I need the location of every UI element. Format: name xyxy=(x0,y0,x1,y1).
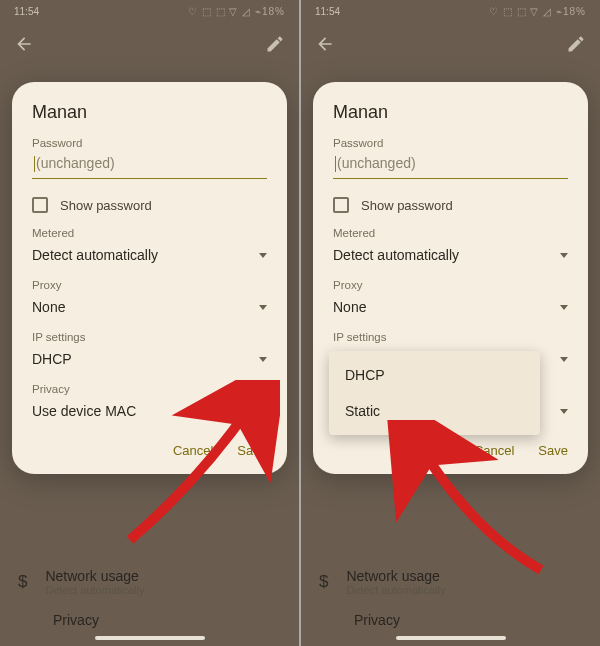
privacy-label: Privacy xyxy=(32,383,267,395)
background-settings-list: $ Network usage Detect automatically Pri… xyxy=(301,560,600,632)
ip-settings-label: IP settings xyxy=(32,331,267,343)
bg-network-usage-row[interactable]: $ Network usage Detect automatically xyxy=(319,560,582,600)
password-placeholder: (unchanged) xyxy=(36,155,115,171)
dollar-icon: $ xyxy=(319,572,328,592)
dialog-title: Manan xyxy=(333,102,568,123)
chevron-down-icon xyxy=(560,253,568,258)
password-label: Password xyxy=(32,137,267,149)
background-settings-list: $ Network usage Detect automatically Pri… xyxy=(0,560,299,632)
metered-value: Detect automatically xyxy=(32,247,158,263)
status-time: 11:54 xyxy=(14,6,39,17)
password-input[interactable]: (unchanged) xyxy=(333,151,568,179)
show-password-label: Show password xyxy=(361,198,453,213)
show-password-label: Show password xyxy=(60,198,152,213)
wifi-edit-dialog: Manan Password (unchanged) Show password… xyxy=(313,82,588,474)
show-password-row[interactable]: Show password xyxy=(32,197,267,213)
proxy-label: Proxy xyxy=(333,279,568,291)
ip-settings-select[interactable]: IP settings DHCP DHCP Static xyxy=(333,331,568,369)
chevron-down-icon xyxy=(560,305,568,310)
back-icon[interactable] xyxy=(315,34,335,54)
password-placeholder: (unchanged) xyxy=(337,155,416,171)
status-time: 11:54 xyxy=(315,6,340,17)
password-label: Password xyxy=(333,137,568,149)
screenshot-left: 11:54 ♡ ⬚ ⬚ ▽ ◿ ⌁18% $ Network usage Det… xyxy=(0,0,299,646)
bg-privacy-row[interactable]: Privacy xyxy=(18,604,281,632)
bg-network-usage-sub: Detect automatically xyxy=(45,584,144,596)
metered-label: Metered xyxy=(333,227,568,239)
proxy-value: None xyxy=(32,299,65,315)
ip-settings-label: IP settings xyxy=(333,331,568,343)
chevron-down-icon xyxy=(259,409,267,414)
status-icons: ♡ ⬚ ⬚ ▽ ◿ ⌁18% xyxy=(188,6,285,17)
metered-value: Detect automatically xyxy=(333,247,459,263)
proxy-value: None xyxy=(333,299,366,315)
bg-network-usage-row[interactable]: $ Network usage Detect automatically xyxy=(18,560,281,600)
ip-option-static[interactable]: Static xyxy=(329,393,540,429)
metered-label: Metered xyxy=(32,227,267,239)
chevron-down-icon xyxy=(259,253,267,258)
top-app-bar xyxy=(301,22,600,66)
bg-network-usage-sub: Detect automatically xyxy=(346,584,445,596)
status-bar: 11:54 ♡ ⬚ ⬚ ▽ ◿ ⌁18% xyxy=(0,0,299,22)
ip-settings-select[interactable]: IP settings DHCP xyxy=(32,331,267,369)
edit-icon[interactable] xyxy=(566,34,586,54)
dialog-actions: Cancel Save xyxy=(32,443,267,464)
ip-settings-dropdown: DHCP Static xyxy=(329,351,540,435)
privacy-value: Use device MAC xyxy=(32,403,136,419)
edit-icon[interactable] xyxy=(265,34,285,54)
password-input[interactable]: (unchanged) xyxy=(32,151,267,179)
dollar-icon: $ xyxy=(18,572,27,592)
ip-option-dhcp[interactable]: DHCP xyxy=(329,357,540,393)
metered-select[interactable]: Metered Detect automatically xyxy=(32,227,267,265)
dialog-actions: Cancel Save xyxy=(333,443,568,464)
nav-pill[interactable] xyxy=(95,636,205,640)
top-app-bar xyxy=(0,22,299,66)
cancel-button[interactable]: Cancel xyxy=(474,443,514,458)
back-icon[interactable] xyxy=(14,34,34,54)
proxy-select[interactable]: Proxy None xyxy=(32,279,267,317)
bg-privacy-title: Privacy xyxy=(53,612,99,628)
status-bar: 11:54 ♡ ⬚ ⬚ ▽ ◿ ⌁18% xyxy=(301,0,600,22)
screenshot-right: 11:54 ♡ ⬚ ⬚ ▽ ◿ ⌁18% $ Network usage Det… xyxy=(301,0,600,646)
bg-network-usage-title: Network usage xyxy=(45,568,144,584)
chevron-down-icon xyxy=(259,305,267,310)
chevron-down-icon xyxy=(259,357,267,362)
show-password-checkbox[interactable] xyxy=(333,197,349,213)
bg-privacy-title: Privacy xyxy=(354,612,400,628)
save-button[interactable]: Save xyxy=(237,443,267,458)
dialog-title: Manan xyxy=(32,102,267,123)
metered-select[interactable]: Metered Detect automatically xyxy=(333,227,568,265)
bg-network-usage-title: Network usage xyxy=(346,568,445,584)
show-password-checkbox[interactable] xyxy=(32,197,48,213)
save-button[interactable]: Save xyxy=(538,443,568,458)
bg-privacy-row[interactable]: Privacy xyxy=(319,604,582,632)
cancel-button[interactable]: Cancel xyxy=(173,443,213,458)
chevron-down-icon xyxy=(560,357,568,362)
nav-pill[interactable] xyxy=(396,636,506,640)
chevron-down-icon xyxy=(560,409,568,414)
status-icons: ♡ ⬚ ⬚ ▽ ◿ ⌁18% xyxy=(489,6,586,17)
show-password-row[interactable]: Show password xyxy=(333,197,568,213)
proxy-label: Proxy xyxy=(32,279,267,291)
ip-settings-value: DHCP xyxy=(32,351,72,367)
privacy-select[interactable]: Privacy Use device MAC xyxy=(32,383,267,421)
proxy-select[interactable]: Proxy None xyxy=(333,279,568,317)
wifi-edit-dialog: Manan Password (unchanged) Show password… xyxy=(12,82,287,474)
